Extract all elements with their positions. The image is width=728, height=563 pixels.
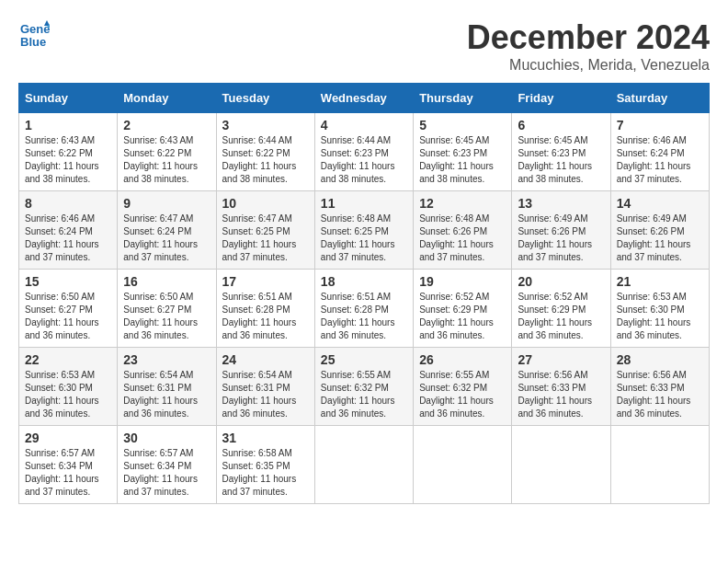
calendar-row: 1Sunrise: 6:43 AM Sunset: 6:22 PM Daylig… [19,113,710,191]
day-number: 23 [123,352,210,367]
month-title: December 2024 [467,18,710,57]
day-info: Sunrise: 6:47 AM Sunset: 6:24 PM Dayligh… [123,213,210,264]
day-info: Sunrise: 6:54 AM Sunset: 6:31 PM Dayligh… [123,369,210,420]
calendar-row: 29Sunrise: 6:57 AM Sunset: 6:34 PM Dayli… [19,426,710,504]
page-header: General Blue December 2024 Mucuchies, Me… [18,18,710,74]
day-number: 1 [25,118,111,132]
day-info: Sunrise: 6:46 AM Sunset: 6:24 PM Dayligh… [617,134,703,186]
header-monday: Monday [118,84,216,113]
day-info: Sunrise: 6:55 AM Sunset: 6:32 PM Dayligh… [419,369,506,420]
day-number: 3 [222,118,309,132]
table-row: 26Sunrise: 6:55 AM Sunset: 6:32 PM Dayli… [414,348,512,426]
title-block: December 2024 Mucuchies, Merida, Venezue… [467,18,710,74]
table-row [610,426,709,504]
table-row: 29Sunrise: 6:57 AM Sunset: 6:34 PM Dayli… [19,426,118,504]
header-saturday: Saturday [610,84,709,113]
header-wednesday: Wednesday [314,84,413,113]
weekday-header-row: Sunday Monday Tuesday Wednesday Thursday… [19,84,710,113]
day-number: 12 [419,196,506,211]
table-row: 6Sunrise: 6:45 AM Sunset: 6:23 PM Daylig… [512,113,610,191]
day-info: Sunrise: 6:55 AM Sunset: 6:32 PM Dayligh… [321,369,407,420]
day-number: 22 [25,352,111,367]
table-row: 22Sunrise: 6:53 AM Sunset: 6:30 PM Dayli… [19,348,118,426]
calendar-row: 22Sunrise: 6:53 AM Sunset: 6:30 PM Dayli… [19,348,710,426]
day-info: Sunrise: 6:45 AM Sunset: 6:23 PM Dayligh… [419,134,506,186]
day-info: Sunrise: 6:47 AM Sunset: 6:25 PM Dayligh… [222,213,309,264]
table-row: 14Sunrise: 6:49 AM Sunset: 6:26 PM Dayli… [610,191,709,270]
day-number: 26 [419,352,506,367]
calendar-row: 8Sunrise: 6:46 AM Sunset: 6:24 PM Daylig… [19,191,710,270]
day-info: Sunrise: 6:51 AM Sunset: 6:28 PM Dayligh… [222,291,309,342]
day-info: Sunrise: 6:53 AM Sunset: 6:30 PM Dayligh… [25,369,111,420]
table-row [512,426,610,504]
table-row: 25Sunrise: 6:55 AM Sunset: 6:32 PM Dayli… [314,348,413,426]
header-sunday: Sunday [19,84,118,113]
table-row: 21Sunrise: 6:53 AM Sunset: 6:30 PM Dayli… [610,270,709,348]
table-row [414,426,512,504]
table-row: 20Sunrise: 6:52 AM Sunset: 6:29 PM Dayli… [512,270,610,348]
logo: General Blue [18,18,50,53]
day-number: 15 [25,274,111,289]
day-number: 29 [25,431,111,445]
day-number: 30 [123,431,210,445]
table-row: 10Sunrise: 6:47 AM Sunset: 6:25 PM Dayli… [216,191,314,270]
day-info: Sunrise: 6:58 AM Sunset: 6:35 PM Dayligh… [222,447,309,499]
day-number: 11 [321,196,407,211]
day-number: 18 [321,274,407,289]
day-info: Sunrise: 6:48 AM Sunset: 6:25 PM Dayligh… [321,213,407,264]
day-number: 25 [321,352,407,367]
day-number: 13 [518,196,604,211]
day-info: Sunrise: 6:50 AM Sunset: 6:27 PM Dayligh… [25,291,111,342]
header-thursday: Thursday [414,84,512,113]
day-number: 2 [123,118,210,132]
table-row: 23Sunrise: 6:54 AM Sunset: 6:31 PM Dayli… [118,348,216,426]
day-info: Sunrise: 6:46 AM Sunset: 6:24 PM Dayligh… [25,213,111,264]
table-row: 13Sunrise: 6:49 AM Sunset: 6:26 PM Dayli… [512,191,610,270]
table-row: 2Sunrise: 6:43 AM Sunset: 6:22 PM Daylig… [118,113,216,191]
day-number: 14 [617,196,703,211]
table-row: 24Sunrise: 6:54 AM Sunset: 6:31 PM Dayli… [216,348,314,426]
day-info: Sunrise: 6:54 AM Sunset: 6:31 PM Dayligh… [222,369,309,420]
table-row: 28Sunrise: 6:56 AM Sunset: 6:33 PM Dayli… [610,348,709,426]
day-number: 27 [518,352,604,367]
day-number: 7 [617,118,703,132]
day-info: Sunrise: 6:49 AM Sunset: 6:26 PM Dayligh… [617,213,703,264]
day-number: 5 [419,118,506,132]
day-info: Sunrise: 6:52 AM Sunset: 6:29 PM Dayligh… [419,291,506,342]
day-number: 19 [419,274,506,289]
day-info: Sunrise: 6:56 AM Sunset: 6:33 PM Dayligh… [518,369,604,420]
table-row: 8Sunrise: 6:46 AM Sunset: 6:24 PM Daylig… [19,191,118,270]
day-number: 10 [222,196,309,211]
table-row: 19Sunrise: 6:52 AM Sunset: 6:29 PM Dayli… [414,270,512,348]
day-number: 17 [222,274,309,289]
table-row: 18Sunrise: 6:51 AM Sunset: 6:28 PM Dayli… [314,270,413,348]
day-info: Sunrise: 6:48 AM Sunset: 6:26 PM Dayligh… [419,213,506,264]
day-info: Sunrise: 6:50 AM Sunset: 6:27 PM Dayligh… [123,291,210,342]
day-info: Sunrise: 6:52 AM Sunset: 6:29 PM Dayligh… [518,291,604,342]
day-number: 20 [518,274,604,289]
calendar-row: 15Sunrise: 6:50 AM Sunset: 6:27 PM Dayli… [19,270,710,348]
header-tuesday: Tuesday [216,84,314,113]
day-info: Sunrise: 6:44 AM Sunset: 6:23 PM Dayligh… [321,134,407,186]
table-row: 11Sunrise: 6:48 AM Sunset: 6:25 PM Dayli… [314,191,413,270]
day-number: 21 [617,274,703,289]
day-info: Sunrise: 6:43 AM Sunset: 6:22 PM Dayligh… [123,134,210,186]
day-info: Sunrise: 6:44 AM Sunset: 6:22 PM Dayligh… [222,134,309,186]
table-row: 30Sunrise: 6:57 AM Sunset: 6:34 PM Dayli… [118,426,216,504]
table-row: 9Sunrise: 6:47 AM Sunset: 6:24 PM Daylig… [118,191,216,270]
table-row: 1Sunrise: 6:43 AM Sunset: 6:22 PM Daylig… [19,113,118,191]
day-number: 16 [123,274,210,289]
table-row: 15Sunrise: 6:50 AM Sunset: 6:27 PM Dayli… [19,270,118,348]
location: Mucuchies, Merida, Venezuela [467,57,710,74]
table-row: 7Sunrise: 6:46 AM Sunset: 6:24 PM Daylig… [610,113,709,191]
day-number: 4 [321,118,407,132]
calendar-table: Sunday Monday Tuesday Wednesday Thursday… [18,83,710,504]
day-info: Sunrise: 6:51 AM Sunset: 6:28 PM Dayligh… [321,291,407,342]
day-number: 8 [25,196,111,211]
day-info: Sunrise: 6:45 AM Sunset: 6:23 PM Dayligh… [518,134,604,186]
table-row: 4Sunrise: 6:44 AM Sunset: 6:23 PM Daylig… [314,113,413,191]
day-info: Sunrise: 6:43 AM Sunset: 6:22 PM Dayligh… [25,134,111,186]
header-friday: Friday [512,84,610,113]
table-row: 31Sunrise: 6:58 AM Sunset: 6:35 PM Dayli… [216,426,314,504]
day-number: 31 [222,431,309,445]
